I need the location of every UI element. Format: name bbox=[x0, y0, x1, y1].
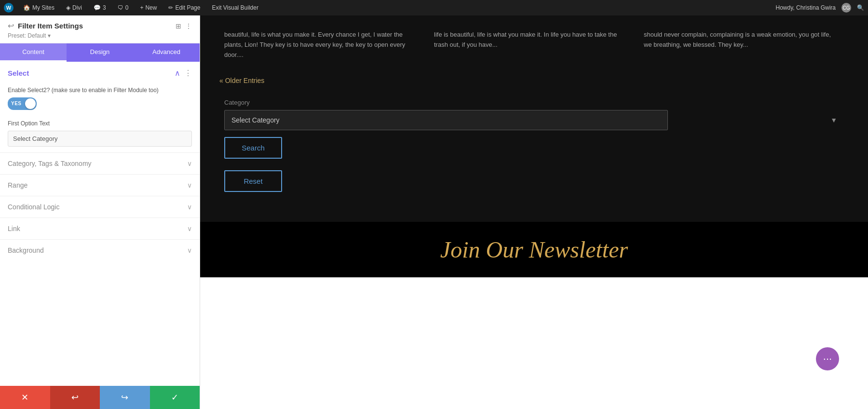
enable-select2-toggle[interactable]: YES bbox=[8, 97, 37, 110]
blog-post-1: life is beautiful, life is what you make… bbox=[429, 25, 639, 65]
chat-bubble[interactable]: ··· bbox=[816, 347, 839, 370]
accordion-header-range[interactable]: Range ∨ bbox=[0, 175, 200, 196]
toggle-knob bbox=[25, 98, 36, 109]
wp-admin-bar: W 🏠 My Sites ◈ Divi 💬 3 🗨 0 + New ✏ Edit… bbox=[0, 0, 868, 15]
search-icon[interactable]: 🔍 bbox=[857, 4, 864, 11]
accordion-header-conditional-logic[interactable]: Conditional Logic ∨ bbox=[0, 196, 200, 218]
cancel-button[interactable]: ✕ bbox=[0, 386, 50, 409]
main-layout: ↩ Filter Item Settings ⊞ ⋮ Preset: Defau… bbox=[0, 15, 868, 409]
bar-item-exit-builder[interactable]: Exit Visual Builder bbox=[210, 4, 260, 11]
search-button[interactable]: Search bbox=[224, 137, 282, 159]
divi-icon: ◈ bbox=[66, 4, 70, 11]
select-section-header: Select ∧ ⋮ bbox=[0, 62, 200, 82]
avatar[interactable]: CG bbox=[841, 3, 851, 13]
undo-button[interactable]: ↩ bbox=[50, 386, 100, 409]
admin-bar-right: Howdy, Christina Gwira CG 🔍 bbox=[776, 3, 864, 13]
accordion-title-conditional-logic: Conditional Logic bbox=[8, 203, 59, 211]
enable-select2-label: Enable Select2? (make sure to enable in … bbox=[8, 86, 192, 95]
plus-icon: + bbox=[140, 4, 143, 11]
pencil-icon: ✏ bbox=[168, 4, 173, 11]
first-option-label: First Option Text bbox=[8, 120, 192, 128]
chevron-down-icon-2: ∨ bbox=[187, 203, 192, 211]
panel-tabs: Content Design Advanced bbox=[0, 43, 200, 62]
select-section-title: Select bbox=[8, 69, 29, 77]
blog-post-0: beautiful, life is what you make it. Eve… bbox=[219, 25, 429, 65]
blog-area: beautiful, life is what you make it. Eve… bbox=[200, 15, 868, 222]
newsletter-title: Join Our Newsletter bbox=[219, 236, 849, 263]
accordion-link: Link ∨ bbox=[0, 218, 200, 239]
wp-logo-icon[interactable]: W bbox=[4, 3, 14, 13]
bar-item-new[interactable]: + New bbox=[138, 4, 159, 11]
category-select[interactable]: Select Category bbox=[224, 110, 668, 130]
left-panel: ↩ Filter Item Settings ⊞ ⋮ Preset: Defau… bbox=[0, 15, 200, 409]
bar-item-comment-zero[interactable]: 🗨 0 bbox=[116, 4, 131, 11]
home-icon: 🏠 bbox=[23, 4, 30, 11]
blog-post-text-0: beautiful, life is what you make it. Eve… bbox=[224, 30, 420, 60]
accordion-title-background: Background bbox=[8, 246, 44, 254]
tab-design[interactable]: Design bbox=[67, 43, 133, 62]
category-select-wrapper: Select Category ▼ bbox=[224, 110, 844, 130]
blog-post-text-1: life is beautiful, life is what you make… bbox=[434, 30, 629, 50]
speech-icon: 🗨 bbox=[118, 4, 123, 11]
bar-item-comments[interactable]: 💬 3 bbox=[92, 4, 108, 11]
tab-content[interactable]: Content bbox=[0, 43, 67, 62]
panel-content: Select ∧ ⋮ Enable Select2? (make sure to… bbox=[0, 62, 200, 386]
redo-button[interactable]: ↪ bbox=[100, 386, 150, 409]
preset-label[interactable]: Preset: Default bbox=[8, 32, 51, 39]
panel-title: Filter Item Settings bbox=[18, 22, 172, 30]
first-option-group: First Option Text bbox=[0, 116, 200, 152]
chevron-down-icon-1: ∨ bbox=[187, 181, 192, 189]
reset-button[interactable]: Reset bbox=[224, 170, 282, 192]
panel-icon-grid[interactable]: ⊞ bbox=[176, 22, 181, 30]
back-arrow-icon[interactable]: ↩ bbox=[8, 21, 14, 30]
right-content: beautiful, life is what you make it. Eve… bbox=[200, 15, 868, 277]
accordion-background: Background ∨ bbox=[0, 239, 200, 261]
save-button[interactable]: ✓ bbox=[150, 386, 200, 409]
enable-select2-group: Enable Select2? (make sure to enable in … bbox=[0, 82, 200, 116]
accordion-conditional-logic: Conditional Logic ∨ bbox=[0, 196, 200, 218]
howdy-text: Howdy, Christina Gwira bbox=[776, 4, 836, 11]
panel-toolbar: ✕ ↩ ↪ ✓ bbox=[0, 386, 200, 409]
select-section-toggle[interactable]: ∧ bbox=[175, 68, 180, 78]
accordion-range: Range ∨ bbox=[0, 174, 200, 196]
tab-advanced[interactable]: Advanced bbox=[133, 43, 200, 62]
accordion-title-link: Link bbox=[8, 225, 20, 232]
accordion-header-background[interactable]: Background ∨ bbox=[0, 240, 200, 261]
panel-header: ↩ Filter Item Settings ⊞ ⋮ Preset: Defau… bbox=[0, 15, 200, 43]
panel-icon-menu[interactable]: ⋮ bbox=[185, 22, 192, 30]
first-option-input[interactable] bbox=[8, 131, 192, 147]
chevron-down-icon-0: ∨ bbox=[187, 160, 192, 167]
filter-widget: Category Select Category ▼ Search Reset bbox=[219, 94, 849, 207]
toggle-yes-label: YES bbox=[8, 101, 22, 106]
accordion-header-category-tags[interactable]: Category, Tags & Taxonomy ∨ bbox=[0, 153, 200, 174]
blog-posts-grid: beautiful, life is what you make it. Eve… bbox=[219, 25, 849, 65]
bar-item-divi[interactable]: ◈ Divi bbox=[64, 4, 84, 11]
category-label: Category bbox=[224, 99, 844, 106]
older-entries-link[interactable]: « Older Entries bbox=[219, 77, 264, 84]
accordion-title-category-tags: Category, Tags & Taxonomy bbox=[8, 160, 92, 167]
bar-item-mysites[interactable]: 🏠 My Sites bbox=[21, 4, 56, 11]
dropdown-arrow-icon: ▼ bbox=[830, 116, 837, 124]
chevron-down-icon-4: ∨ bbox=[187, 246, 192, 254]
blog-post-2: should never complain, complaining is a … bbox=[639, 25, 849, 65]
chevron-down-icon-3: ∨ bbox=[187, 225, 192, 232]
accordion-category-tags: Category, Tags & Taxonomy ∨ bbox=[0, 152, 200, 174]
accordion-title-range: Range bbox=[8, 181, 27, 189]
right-wrapper: beautiful, life is what you make it. Eve… bbox=[200, 15, 868, 409]
chat-bubble-icon: ··· bbox=[823, 353, 832, 365]
comment-icon: 💬 bbox=[94, 4, 101, 11]
newsletter-section: Join Our Newsletter bbox=[200, 222, 868, 277]
bar-item-edit-page[interactable]: ✏ Edit Page bbox=[166, 4, 202, 11]
select-section-menu[interactable]: ⋮ bbox=[184, 68, 192, 78]
accordion-header-link[interactable]: Link ∨ bbox=[0, 218, 200, 239]
blog-post-text-2: should never complain, complaining is a … bbox=[644, 30, 839, 50]
